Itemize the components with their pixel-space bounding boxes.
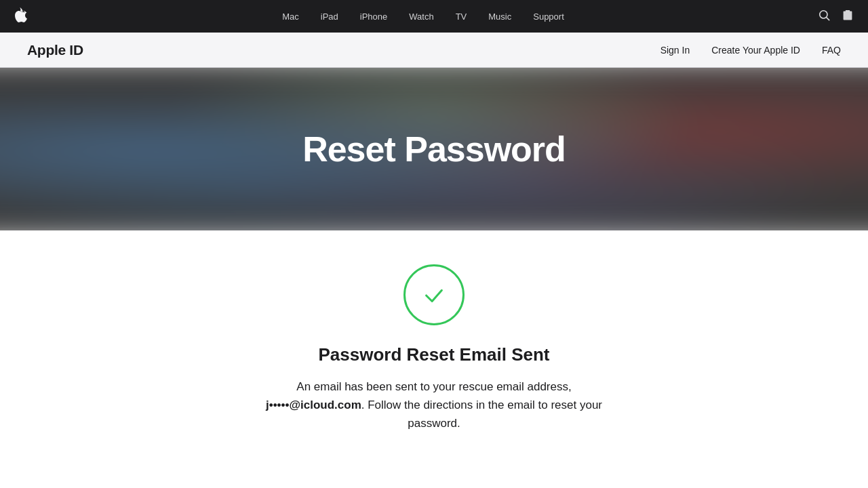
nav-link-support[interactable]: Support — [522, 12, 575, 22]
body-text-part2: . Follow the directions in the email to … — [361, 399, 602, 430]
search-icon[interactable] — [819, 10, 830, 23]
top-nav-icons — [819, 10, 853, 23]
apple-logo[interactable] — [15, 7, 27, 26]
nav-link-music[interactable]: Music — [477, 12, 522, 22]
nav-link-tv[interactable]: TV — [445, 12, 478, 22]
create-apple-id-link[interactable]: Create Your Apple ID — [711, 45, 800, 56]
hero-title: Reset Password — [302, 129, 566, 169]
nav-link-iphone[interactable]: iPhone — [349, 12, 398, 22]
nav-link-watch[interactable]: Watch — [398, 12, 444, 22]
sub-nav-links: Sign In Create Your Apple ID FAQ — [660, 45, 841, 56]
apple-id-title: Apple ID — [27, 42, 83, 58]
checkmark-icon — [421, 282, 447, 308]
email-address: j•••••@icloud.com — [266, 399, 361, 411]
nav-link-mac[interactable]: Mac — [271, 12, 310, 22]
body-text-part1: An email has been sent to your rescue em… — [296, 380, 571, 393]
success-title: Password Reset Email Sent — [318, 344, 549, 365]
top-nav-links: Mac iPad iPhone Watch TV Music Support — [27, 12, 819, 22]
sign-in-link[interactable]: Sign In — [660, 45, 690, 56]
nav-link-ipad[interactable]: iPad — [310, 12, 349, 22]
top-navigation: Mac iPad iPhone Watch TV Music Support — [0, 0, 868, 33]
success-icon-circle — [403, 264, 465, 325]
hero-banner: Reset Password — [0, 68, 868, 230]
success-body: An email has been sent to your rescue em… — [244, 378, 624, 433]
sub-navigation: Apple ID Sign In Create Your Apple ID FA… — [0, 33, 868, 68]
main-content: Password Reset Email Sent An email has b… — [0, 230, 868, 474]
faq-link[interactable]: FAQ — [822, 45, 841, 56]
bag-icon[interactable] — [842, 10, 853, 23]
